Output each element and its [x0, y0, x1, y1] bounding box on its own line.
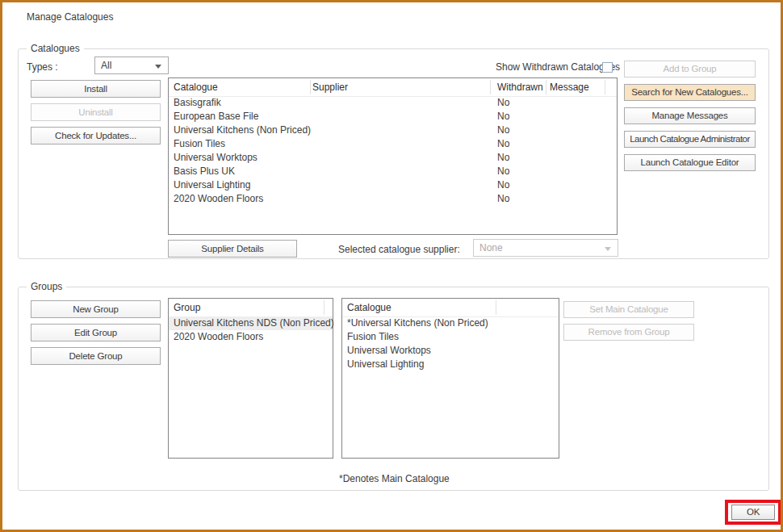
selected-supplier-label: Selected catalogue supplier: [338, 244, 460, 255]
group-catalogue-list: Catalogue *Universal Kitchens (Non Price… [341, 298, 559, 459]
install-button[interactable]: Install [31, 80, 161, 98]
ok-button[interactable]: OK [731, 505, 775, 520]
cell-withdrawn: No [497, 165, 509, 178]
chevron-down-icon [155, 65, 161, 69]
cell-catalogue: Universal Kitchens (Non Priced) [174, 124, 311, 137]
types-label: Types : [27, 61, 58, 73]
groups-groupbox-label: Groups [27, 281, 66, 292]
cell-withdrawn: No [497, 178, 509, 192]
table-row[interactable]: European Base File No [169, 110, 617, 124]
table-row[interactable]: Basis Plus UK No [169, 165, 617, 178]
column-header-catalogue: Catalogue [347, 302, 392, 313]
show-withdrawn-label: Show Withdrawn Catalogues [496, 61, 620, 73]
remove-from-group-button[interactable]: Remove from Group [563, 324, 694, 341]
column-separator [310, 80, 311, 94]
column-separator [546, 80, 546, 94]
catalogue-table-header: Catalogue Supplier Withdrawn Message [169, 78, 617, 97]
denotes-main-catalogue-note: *Denotes Main Catalogue [339, 473, 450, 484]
types-dropdown[interactable]: All [94, 57, 169, 74]
cell-withdrawn: No [497, 124, 509, 137]
table-row[interactable]: Universal Lighting No [169, 178, 617, 192]
list-item[interactable]: 2020 Wooden Floors [169, 330, 333, 344]
column-header-supplier: Supplier [312, 82, 348, 93]
manage-catalogues-dialog: Manage Catalogues Catalogues Types : All… [0, 0, 783, 532]
group-list: Group Universal Kitchens NDS (Non Priced… [168, 298, 333, 459]
table-row[interactable]: Fusion Tiles No [169, 137, 617, 151]
table-row[interactable]: Basisgrafik No [169, 96, 617, 110]
cell-catalogue: Universal Lighting [174, 178, 250, 192]
column-header-catalogue: Catalogue [174, 82, 218, 93]
table-row[interactable]: 2020 Wooden Floors No [169, 192, 617, 206]
set-main-catalogue-button[interactable]: Set Main Catalogue [563, 301, 694, 318]
cell-catalogue: Basis Plus UK [174, 165, 235, 178]
column-separator [605, 80, 605, 94]
check-for-updates-button[interactable]: Check for Updates... [31, 127, 161, 145]
cell-withdrawn: No [497, 192, 509, 206]
new-group-button[interactable]: New Group [31, 300, 161, 318]
catalogue-name: *Universal Kitchens (Non Priced) [347, 316, 488, 330]
delete-group-button[interactable]: Delete Group [31, 347, 161, 365]
cell-catalogue: Universal Worktops [174, 151, 258, 165]
cell-withdrawn: No [497, 137, 509, 151]
list-item[interactable]: Universal Worktops [342, 344, 559, 358]
table-row[interactable]: Universal Worktops No [169, 151, 617, 165]
cell-catalogue: 2020 Wooden Floors [174, 192, 263, 206]
list-item[interactable]: *Universal Kitchens (Non Priced) [342, 316, 559, 330]
column-header-message: Message [550, 82, 589, 93]
show-withdrawn-checkbox[interactable] [602, 62, 613, 73]
chevron-down-icon [605, 247, 611, 251]
cell-withdrawn: No [497, 151, 509, 165]
column-separator [324, 300, 325, 315]
cell-withdrawn: No [497, 110, 509, 124]
group-name: Universal Kitchens NDS (Non Priced) [174, 316, 334, 330]
types-dropdown-value: All [101, 60, 111, 71]
cell-catalogue: Basisgrafik [174, 96, 221, 110]
cell-withdrawn: No [497, 96, 509, 110]
add-to-group-button[interactable]: Add to Group [624, 61, 756, 77]
column-separator [490, 80, 491, 94]
column-header-withdrawn: Withdrawn [497, 82, 543, 93]
group-list-header: Group [169, 299, 333, 317]
page-title: Manage Catalogues [27, 11, 113, 23]
column-header-group: Group [174, 302, 200, 313]
list-item[interactable]: Universal Lighting [342, 358, 559, 371]
catalogue-name: Fusion Tiles [347, 330, 399, 344]
column-separator [496, 300, 496, 315]
table-row[interactable]: Universal Kitchens (Non Priced) No [169, 124, 617, 137]
list-item[interactable]: Universal Kitchens NDS (Non Priced) [169, 316, 333, 330]
catalogue-name: Universal Lighting [347, 358, 424, 371]
catalogue-table: Catalogue Supplier Withdrawn Message Bas… [168, 77, 618, 235]
list-item[interactable]: Fusion Tiles [342, 330, 559, 344]
catalogue-name: Universal Worktops [347, 344, 431, 358]
uninstall-button[interactable]: Uninstall [31, 103, 161, 121]
search-new-catalogues-button[interactable]: Search for New Catalogues... [624, 84, 756, 101]
launch-catalogue-administrator-button[interactable]: Launch Catalogue Administrator [624, 131, 756, 148]
edit-group-button[interactable]: Edit Group [31, 324, 161, 341]
catalogues-groupbox-label: Catalogues [27, 43, 84, 54]
selected-supplier-dropdown[interactable]: None [473, 239, 618, 257]
launch-catalogue-editor-button[interactable]: Launch Catalogue Editor [624, 154, 756, 171]
cell-catalogue: Fusion Tiles [174, 137, 225, 151]
manage-messages-button[interactable]: Manage Messages [624, 107, 756, 124]
supplier-details-button[interactable]: Supplier Details [168, 240, 297, 258]
selected-supplier-value: None [479, 242, 503, 253]
group-catalogue-list-header: Catalogue [342, 299, 559, 317]
cell-catalogue: European Base File [174, 110, 258, 124]
group-name: 2020 Wooden Floors [174, 330, 263, 344]
